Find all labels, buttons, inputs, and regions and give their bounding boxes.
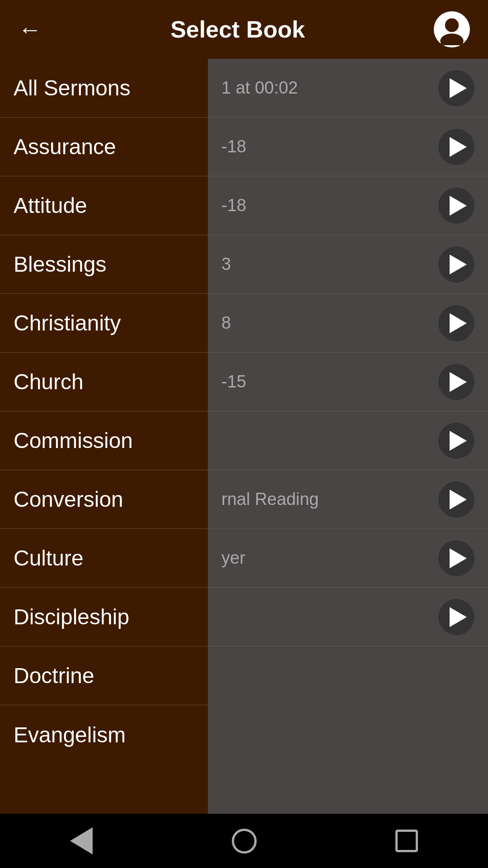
play-button[interactable] (438, 481, 474, 518)
sermon-item-text: -18 (221, 196, 438, 215)
play-icon (450, 137, 467, 157)
main-content: All SermonsAssuranceAttitudeBlessingsChr… (0, 59, 488, 814)
sermon-list-item (208, 411, 488, 470)
menu-item-label-attitude: Attitude (14, 193, 87, 218)
sermon-panel: 1 at 00:02-18-1838-15rnal Readingyer (208, 59, 488, 814)
menu-item-label-assurance: Assurance (14, 134, 116, 159)
menu-item-church[interactable]: Church (0, 353, 208, 411)
sermon-list-item: 8 (208, 294, 488, 353)
menu-item-label-blessings: Blessings (14, 252, 106, 277)
sermon-list-item: -18 (208, 118, 488, 176)
page-title: Select Book (42, 16, 434, 43)
sermon-item-text: -15 (221, 372, 438, 392)
play-button[interactable] (438, 423, 474, 459)
sermon-list-item: 3 (208, 235, 488, 294)
app-header: ← Select Book (0, 0, 488, 59)
menu-item-culture[interactable]: Culture (0, 529, 208, 588)
play-button[interactable] (438, 246, 474, 283)
play-icon (450, 313, 467, 333)
sermon-list-item: -18 (208, 176, 488, 235)
menu-item-all-sermons[interactable]: All Sermons (0, 59, 208, 118)
play-button[interactable] (438, 599, 474, 635)
play-icon (450, 548, 467, 568)
play-icon (450, 372, 467, 392)
menu-item-label-culture: Culture (14, 546, 84, 571)
back-nav-icon (70, 827, 93, 854)
menu-item-doctrine[interactable]: Doctrine (0, 646, 208, 705)
sermon-item-text: rnal Reading (221, 490, 438, 509)
profile-avatar[interactable] (434, 11, 470, 47)
sermon-list-item: yer (208, 529, 488, 588)
play-icon (450, 431, 467, 451)
menu-item-label-church: Church (14, 369, 84, 394)
menu-item-assurance[interactable]: Assurance (0, 118, 208, 176)
sermon-list-item: 1 at 00:02 (208, 59, 488, 118)
recent-nav-icon (395, 830, 418, 852)
sermon-item-text: 8 (221, 313, 438, 333)
home-nav-button[interactable] (226, 823, 262, 859)
menu-item-label-all-sermons: All Sermons (14, 75, 131, 100)
play-icon (450, 196, 467, 216)
svg-point-1 (440, 33, 463, 45)
play-button[interactable] (438, 540, 474, 576)
menu-item-label-commission: Commission (14, 428, 133, 453)
sermon-item-text: 1 at 00:02 (221, 78, 438, 98)
play-button[interactable] (438, 188, 474, 224)
menu-item-label-discipleship: Discipleship (14, 604, 129, 629)
svg-point-0 (445, 19, 459, 32)
play-icon (450, 490, 467, 509)
menu-panel: All SermonsAssuranceAttitudeBlessingsChr… (0, 59, 208, 814)
navigation-bar (0, 814, 488, 868)
sermon-item-text: -18 (221, 137, 438, 156)
menu-item-commission[interactable]: Commission (0, 411, 208, 470)
menu-item-discipleship[interactable]: Discipleship (0, 588, 208, 646)
sermon-item-text: 3 (221, 255, 438, 274)
play-button[interactable] (438, 364, 474, 400)
sermon-item-text: yer (221, 548, 438, 568)
menu-item-conversion[interactable]: Conversion (0, 470, 208, 529)
menu-item-label-christianity: Christianity (14, 311, 121, 335)
back-nav-button[interactable] (63, 823, 99, 859)
play-button[interactable] (438, 70, 474, 106)
menu-item-evangelism[interactable]: Evangelism (0, 705, 208, 764)
account-icon (436, 14, 468, 45)
play-icon (450, 78, 467, 98)
play-icon (450, 255, 467, 274)
menu-item-attitude[interactable]: Attitude (0, 176, 208, 235)
play-button[interactable] (438, 129, 474, 165)
sermon-list-item: -15 (208, 353, 488, 411)
menu-item-label-doctrine: Doctrine (14, 663, 94, 688)
recent-nav-button[interactable] (389, 823, 425, 859)
play-icon (450, 607, 467, 627)
menu-item-label-evangelism: Evangelism (14, 722, 126, 747)
menu-item-label-conversion: Conversion (14, 487, 123, 512)
sermon-list-item: rnal Reading (208, 470, 488, 529)
home-nav-icon (232, 829, 257, 854)
menu-item-christianity[interactable]: Christianity (0, 294, 208, 353)
play-button[interactable] (438, 305, 474, 341)
menu-item-blessings[interactable]: Blessings (0, 235, 208, 294)
sermon-list-item (208, 588, 488, 646)
back-button[interactable]: ← (18, 16, 42, 43)
